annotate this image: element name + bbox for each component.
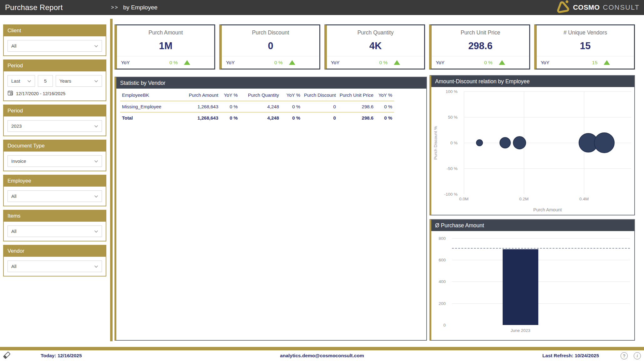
column-header[interactable]: Purch Quantity bbox=[240, 89, 281, 101]
relative-mode-dropdown[interactable]: Last bbox=[8, 75, 35, 87]
table-cell: 1,268,643 bbox=[173, 112, 220, 124]
column-header[interactable]: Purch Amount bbox=[173, 89, 220, 101]
column-header[interactable]: Purch Unit Price bbox=[338, 89, 375, 101]
kpi-card-purch-quantity[interactable]: Purch Quantity 4K YoY 0 % bbox=[324, 24, 425, 70]
chevron-down-icon bbox=[27, 78, 31, 84]
vendor-statistics-table: EmployeeBK Purch Amount YoY % Purch Quan… bbox=[120, 89, 394, 123]
table-cell: 4,248 bbox=[240, 112, 281, 124]
x-tick-label: 0.0M bbox=[459, 197, 469, 201]
yoy-label: YoY bbox=[121, 60, 130, 65]
dropdown-value: 2023 bbox=[11, 123, 22, 129]
table-cell: 0 % bbox=[220, 112, 240, 124]
footer: Today: 12/16/2025 analytics.demo@cosmoco… bbox=[0, 350, 644, 361]
column-header[interactable]: EmployeeBK bbox=[120, 89, 173, 101]
amount-discount-scatter-panel: Amount-Discount relation by Employee Pur… bbox=[429, 75, 635, 215]
kpi-title: Purch Amount bbox=[117, 29, 214, 36]
y-tick-label: -50 % bbox=[447, 166, 458, 171]
chevron-down-icon bbox=[94, 193, 98, 199]
column-header[interactable]: YoY % bbox=[220, 89, 240, 101]
filter-header: Period bbox=[4, 105, 106, 116]
trend-up-icon bbox=[289, 60, 295, 65]
column-header[interactable]: Purch Discount bbox=[302, 89, 338, 101]
y-axis-ticks: 0200400600800 bbox=[431, 236, 449, 325]
chevron-down-icon bbox=[94, 264, 98, 269]
filter-header: Document Type bbox=[4, 140, 106, 152]
gridline bbox=[464, 117, 631, 117]
filter-card-relative-period: Period Last Years bbox=[3, 59, 106, 101]
employee-dropdown[interactable]: All bbox=[8, 190, 102, 202]
y-tick-label: 50 % bbox=[448, 115, 458, 120]
y-axis-ticks: 100 %50 %0 %-50 %-100 % bbox=[431, 91, 461, 194]
table-cell: 0 bbox=[302, 101, 338, 112]
trend-up-icon bbox=[604, 60, 610, 65]
panel-title: Ø Purchase Amount bbox=[431, 220, 634, 231]
scatter-bubble[interactable] bbox=[499, 137, 511, 148]
table-cell: 0 % bbox=[375, 112, 394, 124]
bar-plot-area[interactable] bbox=[452, 236, 630, 325]
bar-chart[interactable]: 0200400600800 June 2023 bbox=[431, 231, 634, 340]
kpi-card-purch-amount[interactable]: Purch Amount 1M YoY 0 % bbox=[114, 24, 215, 70]
relative-unit-dropdown[interactable]: Years bbox=[56, 75, 102, 87]
yoy-value: 0 % bbox=[379, 60, 388, 65]
table-cell: 298.6 bbox=[338, 112, 375, 124]
date-range[interactable]: 12/17/2020 - 12/16/2025 bbox=[8, 90, 102, 97]
trend-up-icon bbox=[394, 60, 400, 65]
table-header-row: EmployeeBK Purch Amount YoY % Purch Quan… bbox=[120, 89, 394, 101]
document-type-dropdown[interactable]: Invoice bbox=[8, 155, 102, 167]
table-cell: Total bbox=[120, 112, 173, 124]
scatter-bubble[interactable] bbox=[513, 136, 526, 149]
table-total-row: Total 1,268,643 0 % 4,248 0 % 0 298.6 0 … bbox=[120, 112, 394, 124]
kpi-value: 298.6 bbox=[432, 36, 529, 56]
filter-header: Client bbox=[4, 25, 106, 36]
scatter-chart[interactable]: Purch Discount % 100 %50 %0 %-50 %-100 %… bbox=[431, 87, 634, 215]
dropdown-value: Invoice bbox=[11, 158, 26, 164]
scatter-bubble[interactable] bbox=[476, 139, 483, 146]
dropdown-value: Last bbox=[11, 78, 20, 84]
column-header[interactable]: YoY % bbox=[281, 89, 302, 101]
scatter-plot-area[interactable] bbox=[464, 91, 631, 194]
kpi-title: Purch Quantity bbox=[327, 29, 424, 36]
y-tick-label: 200 bbox=[439, 301, 446, 306]
kpi-card-purch-unit-price[interactable]: Purch Unit Price 298.6 YoY 0 % bbox=[429, 24, 530, 70]
column-header[interactable]: YoY % bbox=[375, 89, 394, 101]
purchase-report-dashboard: Purchase Report >> by Employee COSMOCONS… bbox=[0, 0, 644, 361]
filter-card-vendor: Vendor All bbox=[3, 245, 106, 276]
table-cell: 0 % bbox=[281, 101, 302, 112]
relative-number-input[interactable] bbox=[38, 75, 53, 87]
help-icon[interactable]: ? bbox=[621, 352, 628, 359]
gridline bbox=[452, 260, 630, 260]
x-tick-label: 0.2M bbox=[519, 197, 529, 201]
trend-up-icon bbox=[184, 60, 190, 65]
filter-card-period: Period 2023 bbox=[3, 105, 106, 136]
filter-header: Period bbox=[4, 60, 106, 71]
yoy-label: YoY bbox=[226, 60, 235, 65]
kpi-value: 15 bbox=[537, 36, 634, 56]
items-dropdown[interactable]: All bbox=[8, 225, 102, 237]
info-icon[interactable]: i bbox=[634, 352, 641, 359]
chevron-down-icon bbox=[94, 43, 98, 49]
kpi-value: 0 bbox=[222, 36, 319, 56]
yoy-label: YoY bbox=[541, 60, 550, 65]
gridline bbox=[464, 168, 631, 169]
filter-card-client: Client All bbox=[3, 24, 106, 56]
table-cell: 0 % bbox=[220, 101, 240, 112]
kpi-value: 4K bbox=[327, 36, 424, 56]
yoy-value: 15 bbox=[592, 60, 597, 65]
x-axis-ticks: 0.0M0.2M0.4M bbox=[464, 197, 631, 203]
dropdown-value: Years bbox=[59, 78, 71, 84]
yoy-value: 0 % bbox=[274, 60, 283, 65]
bar-June 2023[interactable] bbox=[503, 249, 538, 325]
client-dropdown[interactable]: All bbox=[8, 40, 102, 52]
scatter-bubble[interactable] bbox=[594, 132, 615, 153]
dropdown-value: All bbox=[11, 264, 17, 269]
y-tick-label: 0 bbox=[443, 323, 446, 327]
vendor-dropdown[interactable]: All bbox=[8, 260, 102, 272]
period-dropdown[interactable]: 2023 bbox=[8, 120, 102, 132]
gridline bbox=[452, 303, 630, 304]
average-reference-line bbox=[452, 248, 630, 249]
filter-header: Items bbox=[4, 210, 106, 222]
kpi-card-purch-discount[interactable]: Purch Discount 0 YoY 0 % bbox=[219, 24, 320, 70]
kpi-card-unique-vendors[interactable]: # Unique Vendors 15 YoY 15 bbox=[534, 24, 635, 70]
filter-sidebar: Client All Period Last Years bbox=[3, 24, 106, 280]
table-row[interactable]: Missing_Employee 1,268,643 0 % 4,248 0 %… bbox=[120, 101, 394, 112]
